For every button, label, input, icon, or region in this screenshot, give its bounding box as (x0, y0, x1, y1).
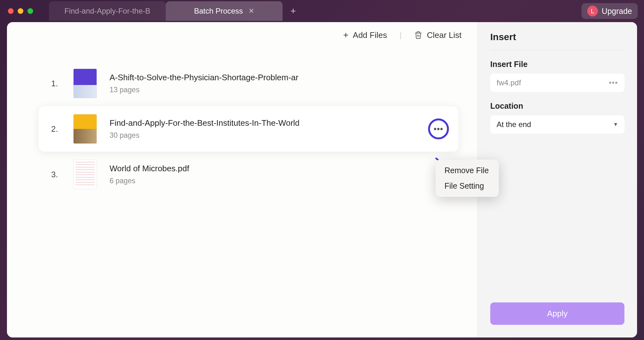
more-icon: ••• (434, 124, 443, 134)
file-pages: 13 pages (110, 86, 446, 94)
item-index: 1. (51, 79, 61, 88)
window-controls (8, 8, 33, 14)
file-item[interactable]: 1. A-Shift-to-Solve-the-Physician-Shorta… (39, 61, 458, 106)
insert-file-selector[interactable]: fw4.pdf ••• (490, 74, 624, 92)
divider: | (400, 31, 402, 39)
panel-title: Insert (490, 32, 624, 50)
close-window-button[interactable] (8, 8, 14, 14)
remove-file-menu-item[interactable]: Remove File (436, 163, 499, 178)
app-window: + Add Files | Clear List 1. A-S (7, 22, 637, 337)
maximize-window-button[interactable] (27, 8, 33, 14)
file-info: A-Shift-to-Solve-the-Physician-Shortage-… (110, 73, 446, 94)
file-info: World of Microbes.pdf 6 pages (110, 164, 446, 185)
item-index: 3. (51, 170, 61, 179)
tab-batch-process[interactable]: Batch Process ✕ (166, 1, 283, 21)
main-area: + Add Files | Clear List 1. A-S (7, 22, 477, 337)
file-item[interactable]: 3. World of Microbes.pdf 6 pages (39, 152, 458, 197)
tab-label: Batch Process (194, 7, 243, 15)
file-title: Find-and-Apply-For-the-Best-Institutes-I… (110, 118, 299, 128)
upgrade-label: Upgrade (602, 7, 632, 16)
avatar: L (587, 6, 598, 16)
plus-icon: + (343, 30, 348, 40)
file-thumbnail (73, 69, 97, 98)
titlebar: Find-and-Apply-For-the-B Batch Process ✕… (0, 0, 644, 22)
clear-list-button[interactable]: Clear List (414, 30, 462, 40)
minimize-window-button[interactable] (18, 8, 23, 14)
apply-button[interactable]: Apply (490, 302, 624, 325)
context-menu: Remove File File Setting (436, 160, 499, 197)
file-thumbnail (73, 114, 97, 144)
file-title: A-Shift-to-Solve-the-Physician-Shortage-… (110, 73, 446, 82)
file-list: 1. A-Shift-to-Solve-the-Physician-Shorta… (7, 48, 477, 210)
file-pages: 30 pages (110, 131, 446, 140)
close-tab-icon[interactable]: ✕ (248, 7, 254, 15)
insert-panel: Insert Insert File fw4.pdf ••• Location … (477, 22, 637, 337)
apply-label: Apply (547, 309, 568, 318)
insert-file-value: fw4.pdf (497, 78, 521, 87)
upgrade-button[interactable]: L Upgrade (581, 3, 638, 19)
trash-icon (414, 31, 422, 39)
chevron-down-icon: ▼ (613, 122, 618, 127)
clear-list-label: Clear List (427, 30, 462, 40)
tab-document[interactable]: Find-and-Apply-For-the-B (49, 1, 166, 21)
avatar-letter: L (591, 8, 594, 15)
location-value: At the end (497, 120, 531, 129)
add-files-label: Add Files (353, 30, 387, 40)
file-setting-menu-item[interactable]: File Setting (436, 178, 499, 194)
new-tab-button[interactable]: + (290, 6, 296, 16)
file-item-selected[interactable]: 2. Find-and-Apply-For-the-Best-Institute… (39, 106, 458, 152)
toolbar: + Add Files | Clear List (7, 22, 477, 48)
add-files-button[interactable]: + Add Files (343, 30, 387, 40)
more-icon: ••• (609, 79, 618, 87)
location-label: Location (490, 101, 624, 111)
tabs-container: Find-and-Apply-For-the-B Batch Process ✕… (49, 0, 296, 22)
insert-file-label: Insert File (490, 60, 624, 69)
file-info: Find-and-Apply-For-the-Best-Institutes-I… (110, 118, 446, 140)
file-title: World of Microbes.pdf (110, 164, 446, 173)
tab-label: Find-and-Apply-For-the-B (64, 7, 150, 15)
item-index: 2. (51, 124, 61, 134)
file-pages: 6 pages (110, 177, 446, 185)
file-thumbnail (73, 160, 97, 189)
more-options-button[interactable]: ••• (428, 118, 449, 139)
location-select[interactable]: At the end ▼ (490, 115, 624, 134)
